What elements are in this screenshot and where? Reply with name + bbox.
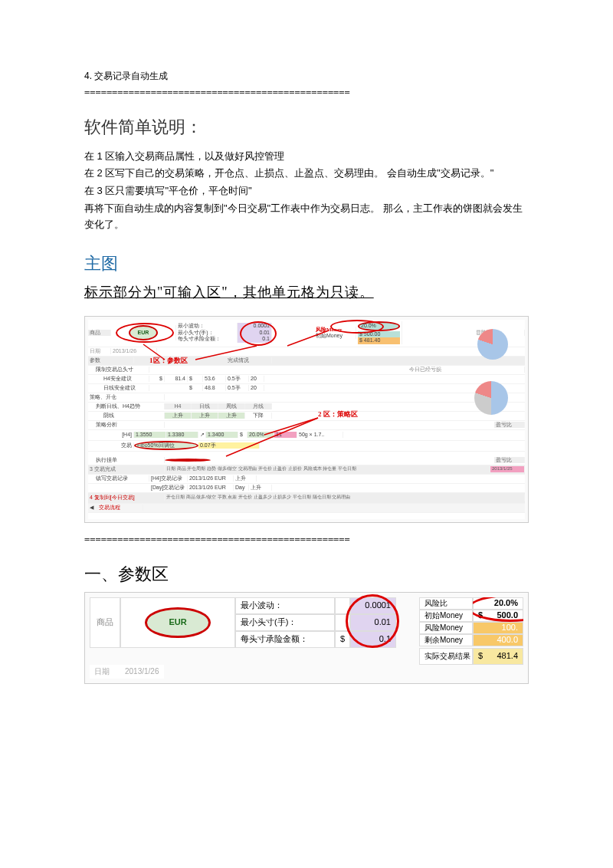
heading-param-zone: 一、参数区 bbox=[84, 561, 529, 587]
week-col: 周线 bbox=[218, 403, 245, 409]
val1-big: 0.0001 bbox=[350, 597, 396, 614]
intro-p3: 在 3 区只需要填写"平仓价，平仓时间" bbox=[84, 183, 529, 199]
risk-ratio-label-big: 风险比 bbox=[419, 597, 473, 610]
chart2-title: 今日已经亏损 bbox=[326, 367, 525, 373]
lot-amount-label: 每头寸承险金额： bbox=[178, 336, 235, 342]
h4-safe: H4安全建议 bbox=[88, 376, 149, 382]
ratio-label: 盈亏比 bbox=[494, 422, 525, 428]
val-001: 0.01 bbox=[239, 330, 270, 336]
intro-p1: 在 1 区输入交易商品属性，以及做好风控管理 bbox=[84, 149, 529, 165]
columns-header: 日期 商品 开仓周期 趋势 做多/做空 交易理由 开仓价 止盈价 止损价 风险成… bbox=[165, 466, 490, 472]
remain-money-val-big: 400.0 bbox=[497, 633, 518, 647]
dollar-icon-2: $ bbox=[359, 337, 362, 343]
v-13400: 1.3400 bbox=[206, 432, 238, 438]
actual-prefix: $ bbox=[478, 649, 483, 663]
trend-up-2: 上升 bbox=[249, 485, 272, 491]
list-item-4: 4. 交易记录自动生成 bbox=[84, 69, 529, 84]
intro-p4: 再将下面自动生成的内容复制到"今日交易"工作表中作为交易日志。 那么，主工作表的… bbox=[84, 201, 529, 233]
heading-main-chart: 主图 bbox=[84, 250, 529, 277]
eur-badge: EUR bbox=[129, 325, 159, 340]
divider-top: ========================================… bbox=[84, 85, 529, 100]
section-param: 参数 bbox=[88, 357, 134, 363]
month-col: 月线 bbox=[245, 403, 272, 409]
dollar-big: $ bbox=[478, 609, 483, 623]
dollar-icon: $ bbox=[359, 331, 362, 337]
init-money-label: 初始Money bbox=[316, 333, 354, 339]
month-down: 下降 bbox=[245, 413, 272, 419]
val3-big: 0.1 bbox=[350, 631, 396, 648]
total-lots: 限制交易总头寸 bbox=[88, 367, 149, 373]
actual-val-big: 481.4 bbox=[497, 649, 518, 663]
val-0001: 0.0001 bbox=[239, 323, 270, 329]
section-analysis: 策略分析 bbox=[88, 422, 165, 428]
sheet-tab: 交易流程 bbox=[97, 505, 143, 511]
fibo-cell: Fibo50%回调位 bbox=[134, 441, 198, 450]
intro-p2: 在 2 区写下自己的交易策略，开仓点、止损点、止盈点、交易理由。 会自动生成"交… bbox=[84, 166, 529, 182]
section-complete: 完成情况 bbox=[226, 357, 272, 363]
v-13380: 1.3380 bbox=[166, 432, 198, 438]
risk-money-label: 风险Money bbox=[316, 327, 354, 333]
section-title-software-intro: 软件简单说明： bbox=[84, 113, 529, 140]
min-move-label: 最小波动： bbox=[178, 323, 235, 329]
min-lot-label: 最小头寸(手)： bbox=[178, 330, 235, 336]
risk-ratio-val-big: 20.0% bbox=[473, 597, 523, 610]
trend-up: 上升 bbox=[234, 475, 257, 482]
date-label-big: 日期 bbox=[90, 665, 120, 679]
section-trend: 判断日线、H4趋势 bbox=[88, 403, 165, 409]
pie-risk bbox=[477, 329, 508, 360]
zone2-label: 2 区：策略区 bbox=[318, 410, 358, 419]
section-exec: 执行挂单 bbox=[88, 457, 165, 463]
sheet-day: Day bbox=[234, 485, 249, 491]
screenshot-main: 商品 EUR 最小波动： 最小头寸(手)： 每头寸承险金额： 0.0001 0.… bbox=[84, 316, 529, 523]
val-481: 481.40 bbox=[364, 337, 380, 343]
init-money-label-big: 初始Money bbox=[419, 610, 473, 622]
day-up: 上升 bbox=[192, 413, 218, 419]
day-col: 日线 bbox=[192, 403, 218, 409]
divider-mid: ========================================… bbox=[84, 532, 529, 547]
week-up: 上升 bbox=[218, 413, 245, 419]
screenshot-param-closeup: 商品 EUR 最小波动： 最小头寸(手)： 每头寸承险金额： $ 0.0001 … bbox=[84, 592, 529, 684]
day-safe: 日线安全建议 bbox=[88, 385, 149, 391]
risk-money-val-big: 100. bbox=[502, 621, 518, 635]
risk-money-label-big: 风险Money bbox=[419, 622, 473, 634]
heading-editable-note: 标示部分为"可输入区"，其他单元格为只读。 bbox=[84, 281, 529, 304]
val-814: 81.4 bbox=[165, 376, 188, 382]
min-move-label-big: 最小波动： bbox=[235, 597, 335, 614]
date-val-big: 2013/1/26 bbox=[120, 665, 164, 679]
val-01: 0.1 bbox=[239, 336, 270, 342]
record-date: 2013/1/26 EUR bbox=[188, 475, 234, 482]
date-val: 2013/1/26 bbox=[111, 348, 157, 354]
commodity-label: 商品 bbox=[88, 330, 111, 336]
record-date-2: 2013/1/26 EUR bbox=[188, 485, 234, 491]
section-copy: 4 复制到[今日交易] bbox=[88, 495, 165, 501]
init-money-val-big: 500.0 bbox=[497, 609, 518, 623]
pie-loss bbox=[474, 381, 508, 415]
eur-badge-big: EUR bbox=[145, 607, 210, 638]
val2-big: 0.01 bbox=[350, 614, 396, 631]
v-13550: 1.3550 bbox=[134, 432, 166, 438]
lot-amount-label-big: 每头寸承险金额： bbox=[235, 631, 335, 648]
section-done: 3 交易完成 bbox=[88, 466, 165, 472]
remain-money-label-big: 剩余Money bbox=[419, 634, 473, 646]
ratio-label-2: 盈亏比 bbox=[494, 457, 525, 463]
v-20pct: 20.0% bbox=[247, 432, 274, 438]
min-lot-label-big: 最小头寸(手)： bbox=[235, 614, 335, 631]
h4-col: H4 bbox=[165, 403, 192, 409]
money-val: 500.00 bbox=[364, 331, 380, 337]
date-label: 日期 bbox=[88, 348, 111, 354]
actual-label-big: 实际交易结果 bbox=[419, 648, 473, 665]
zone1-label: 1区：参数区 bbox=[149, 357, 188, 365]
commodity-label-big: 商品 bbox=[90, 597, 120, 648]
section-plan: 策略、开仓 bbox=[88, 394, 165, 400]
dollar-prefix: $ bbox=[335, 631, 350, 648]
close-date: 2013/1/25 bbox=[490, 466, 525, 472]
h4-up: 上升 bbox=[165, 413, 192, 419]
fill-record: 镇写交易记录 bbox=[88, 475, 149, 482]
risk-ratio-val: 20.0% bbox=[358, 321, 400, 330]
